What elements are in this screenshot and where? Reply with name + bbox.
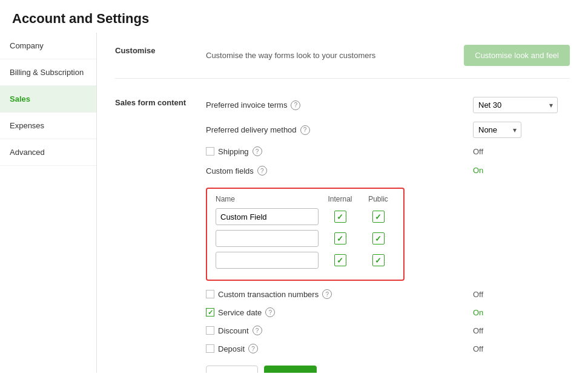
main-content: Customise Customise the way forms look t… [97,33,588,373]
cf-public-2-checkbox[interactable] [372,232,385,244]
discount-status: Off [473,326,483,335]
custom-transaction-checkbox[interactable] [206,290,214,298]
sidebar: Company Billing & Subscription Sales Exp… [0,33,97,373]
footer-buttons: Cancel Save [206,366,570,373]
cf-row-1 [216,208,395,225]
custom-transaction-help-icon[interactable]: ? [322,289,332,299]
cf-public-3-checkbox[interactable] [372,254,385,266]
sidebar-item-billing[interactable]: Billing & Subscription [0,59,96,86]
deposit-help-icon[interactable]: ? [248,344,258,353]
cf-col-name: Name [216,195,235,203]
sidebar-item-company[interactable]: Company [0,33,96,59]
save-button[interactable]: Save [264,366,316,373]
custom-fields-table: Name Internal Public [206,188,405,281]
discount-label: Discount [218,326,249,335]
invoice-terms-help-icon[interactable]: ? [291,100,300,110]
delivery-method-help-icon[interactable]: ? [300,125,310,135]
deposit-status: Off [473,344,483,353]
invoice-terms-select[interactable]: Net 30 Net 15 Due on receipt [473,97,558,113]
custom-transaction-label: Custom transaction numbers [218,290,319,299]
cf-public-1-checkbox[interactable] [372,211,385,223]
sidebar-item-expenses[interactable]: Expenses [0,113,96,139]
custom-transaction-status: Off [473,290,483,299]
cf-internal-2-checkbox[interactable] [334,232,346,244]
cf-input-2[interactable] [216,230,319,247]
service-date-label: Service date [218,308,262,317]
delivery-method-select[interactable]: None Print Email [473,122,521,138]
cf-input-3[interactable] [216,252,319,269]
deposit-label: Deposit [218,344,245,353]
cf-row-2 [216,230,395,247]
sales-form-section-label: Sales form content [115,97,206,373]
customise-look-feel-button[interactable]: Customise look and feel [464,45,570,66]
customise-section-label: Customise [115,45,206,66]
custom-fields-status: On [473,166,483,175]
delivery-method-label: Preferred delivery method [206,125,297,134]
sidebar-item-advanced[interactable]: Advanced [0,139,96,166]
invoice-terms-label: Preferred invoice terms [206,100,287,110]
service-date-status: On [473,308,483,317]
service-date-help-icon[interactable]: ? [265,307,275,317]
custom-fields-help-icon[interactable]: ? [257,166,267,176]
deposit-checkbox[interactable] [206,344,214,353]
cf-input-1[interactable] [216,208,319,225]
cancel-button[interactable]: Cancel [206,366,258,373]
shipping-label: Shipping [218,147,249,156]
cf-col-public: Public [368,195,388,203]
cf-internal-3-checkbox[interactable] [334,254,346,266]
service-date-checkbox[interactable] [206,308,214,317]
shipping-status: Off [473,147,483,156]
customise-description: Customise the way forms look to your cus… [206,51,464,60]
cf-row-3 [216,252,395,269]
cf-internal-1-checkbox[interactable] [334,211,346,223]
page-title: Account and Settings [0,0,588,33]
shipping-checkbox[interactable] [206,147,214,156]
sidebar-item-sales[interactable]: Sales [0,86,96,113]
discount-checkbox[interactable] [206,326,214,335]
shipping-help-icon[interactable]: ? [253,146,262,156]
cf-col-internal: Internal [328,195,352,203]
custom-fields-label: Custom fields [206,166,254,176]
discount-help-icon[interactable]: ? [253,326,262,335]
